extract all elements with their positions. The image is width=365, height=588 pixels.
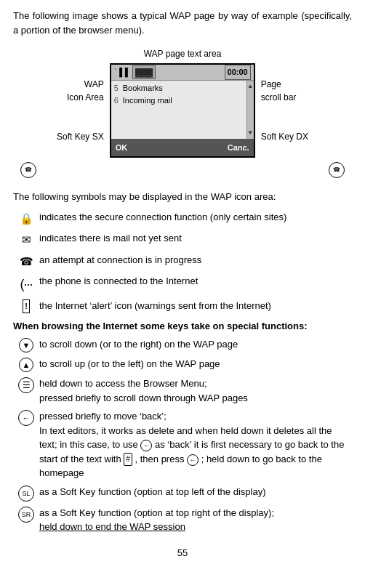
nav-up-icon: ▲: [13, 357, 39, 372]
mail-description: indicates there is mail not yet sent: [39, 231, 352, 246]
dots-description: the phone is connected to the Internet: [39, 274, 352, 289]
page-scroll-bar-label: Pagescroll bar: [261, 78, 297, 104]
intro-text: The following image shows a typical WAP …: [13, 9, 352, 37]
mail-icon: ✉: [13, 231, 39, 249]
wap-screen: `▐▐ ▓▓▓ 00:00 5 Bookmarks 6 Incoming mai…: [110, 63, 255, 158]
page-number: 55: [13, 546, 352, 560]
diagram-bottom-labels: ☎ ☎: [13, 161, 352, 178]
lock-description: indicates the secure connection function…: [39, 210, 352, 225]
key-row-back: ← pressed briefly to move ‘back’; In tex…: [13, 409, 352, 480]
alert-description: the Internet ‘alert’ icon (warnings sent…: [39, 299, 352, 313]
line-2-number: 6: [114, 94, 119, 107]
line-1-number: 5: [114, 82, 119, 94]
line-1-text: Bookmarks: [123, 82, 163, 94]
alert-icon-box: !: [23, 299, 30, 313]
back-description: pressed briefly to move ‘back’; In text …: [39, 409, 352, 480]
diagram-container: WAP page text area WAPIcon Area Soft Key…: [13, 47, 352, 178]
symbol-row-mail: ✉ indicates there is mail not yet sent: [13, 231, 352, 249]
key-row-nav-down: ▼ to scroll down (or to the right) on th…: [13, 337, 352, 353]
soft-left-circle-icon: SL: [18, 486, 34, 502]
menu-circle-icon: ☰: [18, 377, 34, 393]
lock-icon: 🔒: [13, 210, 39, 227]
screen-line-1: 5 Bookmarks: [114, 82, 244, 94]
soft-right-circle-icon: SR: [18, 507, 34, 523]
time-display: 00:00: [225, 65, 251, 80]
bold-heading: When browsing the Internet some keys tak…: [13, 319, 352, 334]
phone-description: an attempt at connection is in progress: [39, 253, 352, 267]
screen-softkeys-bar: OK Canc.: [111, 139, 254, 156]
soft-key-sx-icon-area: ☎: [20, 161, 36, 178]
diagram-right-labels: Pagescroll bar Soft Key DX: [261, 78, 308, 143]
dots-icon: (···: [13, 274, 39, 294]
line-2-text: Incoming mail: [123, 94, 172, 107]
nav-down-circle-icon: ▼: [19, 338, 33, 353]
symbol-row-phone: ☎ an attempt at connection is in progres…: [13, 253, 352, 270]
screen-top-bar: `▐▐ ▓▓▓ 00:00: [111, 65, 254, 81]
key-row-soft-left: SL as a Soft Key function (option at top…: [13, 485, 352, 502]
menu-icon: ☰: [13, 376, 39, 393]
back-circle-icon: ←: [18, 410, 34, 426]
screen-line-2: 6 Incoming mail: [114, 94, 244, 107]
nav-down-description: to scroll down (or to the right) on the …: [39, 337, 352, 352]
back-inline-icon: ←: [140, 440, 152, 451]
hash-inline-icon: #: [124, 453, 132, 466]
scroll-down-arrow: [247, 129, 253, 137]
softkey-right-text: Canc.: [228, 142, 249, 154]
key-row-menu: ☰ held down to access the Browser Menu;p…: [13, 376, 352, 405]
soft-key-dx-icon-area: ☎: [329, 161, 345, 178]
back-inline-icon2: ←: [187, 454, 198, 466]
soft-right-underline-text: held down to end the WAP session: [39, 521, 185, 532]
soft-right-icon: SR: [13, 506, 39, 523]
soft-left-description: as a Soft Key function (option at top le…: [39, 485, 352, 499]
soft-key-sx-icon: ☎: [20, 162, 36, 178]
battery-icon: ▓▓▓: [132, 65, 156, 79]
screen-content: 5 Bookmarks 6 Incoming mail: [111, 81, 254, 139]
symbols-section: The following symbols may be displayed i…: [13, 190, 352, 534]
scroll-bar: [246, 81, 254, 139]
soft-key-dx-label: Soft Key DX: [261, 130, 308, 143]
nav-down-icon: ▼: [13, 337, 39, 353]
diagram-label-top: WAP page text area: [144, 47, 222, 60]
scroll-up-arrow: [247, 82, 253, 91]
alert-icon: !: [13, 299, 39, 313]
nav-up-circle-icon: ▲: [19, 358, 33, 372]
key-row-nav-up: ▲ to scroll up (or to the left) on the W…: [13, 357, 352, 372]
symbols-intro-text: The following symbols may be displayed i…: [13, 190, 352, 204]
softkey-left-text: OK: [116, 142, 128, 154]
key-row-soft-right: SR as a Soft Key function (option at top…: [13, 506, 352, 534]
menu-description: held down to access the Browser Menu;pre…: [39, 376, 352, 405]
soft-left-icon: SL: [13, 485, 39, 502]
nav-up-description: to scroll up (or to the left) on the WAP…: [39, 357, 352, 371]
symbol-row-lock: 🔒 indicates the secure connection functi…: [13, 210, 352, 227]
back-icon: ←: [13, 409, 39, 426]
signal-icon: `▐▐: [114, 66, 128, 78]
symbol-row-alert: ! the Internet ‘alert’ icon (warnings se…: [13, 299, 352, 313]
soft-key-dx-icon: ☎: [329, 162, 345, 178]
diagram-left-labels: WAPIcon Area Soft Key SX: [57, 78, 104, 143]
phone-icon: ☎: [13, 253, 39, 270]
wap-icon-area-label: WAPIcon Area: [67, 78, 104, 104]
diagram-main: WAPIcon Area Soft Key SX `▐▐ ▓▓▓ 00:00 5…: [57, 63, 308, 158]
symbol-row-dots: (··· the phone is connected to the Inter…: [13, 274, 352, 294]
soft-key-sx-label: Soft Key SX: [57, 130, 104, 143]
soft-right-description: as a Soft Key function (option at top ri…: [39, 506, 352, 534]
